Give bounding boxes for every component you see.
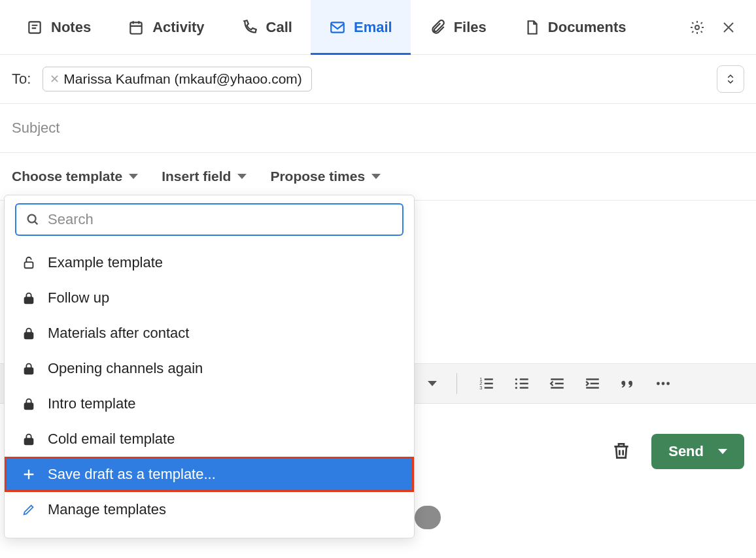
to-label: To: [12, 71, 31, 88]
phone-icon [241, 19, 258, 36]
svg-point-8 [515, 382, 517, 384]
template-item-label: Intro template [48, 395, 136, 412]
template-search-input[interactable] [48, 211, 393, 228]
template-item[interactable]: Cold email template [5, 421, 414, 457]
svg-point-9 [515, 387, 517, 389]
gear-icon [689, 20, 705, 35]
svg-rect-1 [130, 22, 141, 33]
dropdown-label: Propose times [270, 169, 365, 184]
template-item[interactable]: Follow up [5, 280, 414, 316]
quote-icon [619, 375, 636, 392]
tab-notes[interactable]: Notes [8, 0, 109, 54]
template-item[interactable]: Example template [5, 245, 414, 280]
indent-icon [584, 375, 601, 392]
svg-rect-17 [25, 368, 33, 374]
unlock-icon [22, 255, 36, 270]
lock-icon [22, 291, 36, 305]
compose-toolbar: Choose template Insert field Propose tim… [0, 153, 756, 201]
template-search[interactable] [15, 203, 404, 236]
chevron-down-icon [371, 174, 381, 179]
svg-rect-19 [25, 438, 33, 444]
send-button[interactable]: Send [651, 434, 744, 469]
tab-label: Call [266, 19, 292, 36]
ordered-list-icon: 123 [478, 375, 495, 392]
chevron-down-icon [718, 449, 727, 454]
propose-times-dropdown[interactable]: Propose times [270, 169, 381, 184]
svg-rect-16 [25, 333, 33, 338]
expand-recipients-button[interactable] [717, 65, 744, 93]
template-item-label: Follow up [48, 289, 109, 306]
recipient-text: Marissa Kaufman (mkauf@yhaoo.com) [63, 71, 301, 87]
close-icon [721, 20, 736, 35]
svg-rect-2 [331, 22, 344, 32]
lock-icon [22, 326, 36, 340]
manage-templates-label: Manage templates [48, 501, 166, 518]
close-button[interactable] [719, 18, 738, 37]
indent-button[interactable] [583, 374, 602, 393]
unfold-icon [725, 73, 736, 85]
manage-templates[interactable]: Manage templates [5, 492, 414, 527]
tab-bar: Notes Activity Call Email Files Document… [0, 0, 756, 55]
ordered-list-button[interactable]: 123 [477, 374, 496, 393]
subject-input[interactable] [12, 120, 744, 137]
lock-icon [22, 397, 36, 411]
chevron-down-icon [237, 174, 247, 179]
svg-point-12 [666, 382, 670, 386]
template-item-label: Opening channels again [48, 360, 203, 377]
insert-field-dropdown[interactable]: Insert field [162, 169, 247, 184]
bullet-list-button[interactable] [512, 374, 532, 393]
separator [456, 373, 457, 394]
recipient-chip[interactable]: ✕ Marissa Kaufman (mkauf@yhaoo.com) [43, 67, 311, 91]
svg-rect-15 [25, 297, 33, 303]
quote-button[interactable] [618, 374, 638, 393]
tab-email[interactable]: Email [311, 0, 411, 54]
tab-trailing [688, 18, 748, 37]
subject-row [0, 104, 756, 153]
paperclip-icon [429, 19, 446, 36]
plus-icon [22, 467, 36, 482]
tab-documents[interactable]: Documents [505, 0, 645, 54]
save-draft-as-template[interactable]: Save draft as a template... [5, 457, 414, 492]
dropdown-label: Insert field [162, 169, 231, 184]
svg-point-7 [515, 378, 517, 380]
send-label: Send [668, 443, 704, 460]
calendar-icon [128, 19, 145, 36]
svg-text:3: 3 [479, 385, 482, 391]
overflow-pill [415, 506, 441, 529]
tab-activity[interactable]: Activity [109, 0, 222, 54]
template-item-label: Cold email template [48, 431, 175, 448]
template-item[interactable]: Materials after contact [5, 316, 414, 351]
bullet-list-icon [513, 375, 530, 392]
note-icon [26, 19, 43, 36]
tab-label: Activity [152, 19, 204, 36]
tab-call[interactable]: Call [223, 0, 311, 54]
template-item[interactable]: Intro template [5, 386, 414, 421]
template-dropdown-panel: Example template Follow up Materials aft… [4, 195, 415, 538]
dropdown-label: Choose template [12, 169, 122, 184]
chevron-down-icon [129, 174, 138, 179]
svg-point-13 [28, 215, 36, 223]
tab-files[interactable]: Files [411, 0, 505, 54]
more-icon [655, 375, 672, 392]
svg-point-11 [662, 382, 665, 386]
chevron-down-icon[interactable] [428, 381, 437, 386]
lock-icon [22, 361, 36, 376]
template-item[interactable]: Opening channels again [5, 351, 414, 386]
trash-icon [611, 440, 632, 461]
remove-recipient-icon[interactable]: ✕ [50, 72, 60, 86]
search-icon [26, 212, 40, 227]
settings-button[interactable] [688, 18, 706, 37]
outdent-button[interactable] [547, 374, 567, 393]
search-wrap [5, 203, 414, 241]
email-icon [329, 19, 346, 36]
template-list: Example template Follow up Materials aft… [5, 241, 414, 527]
choose-template-dropdown[interactable]: Choose template [12, 169, 138, 184]
tab-label: Files [454, 19, 487, 36]
document-icon [523, 19, 540, 36]
outdent-icon [549, 375, 566, 392]
svg-point-3 [695, 25, 699, 29]
tab-label: Documents [548, 19, 627, 36]
discard-button[interactable] [611, 440, 633, 463]
more-formatting-button[interactable] [653, 374, 673, 393]
svg-rect-18 [25, 403, 33, 409]
